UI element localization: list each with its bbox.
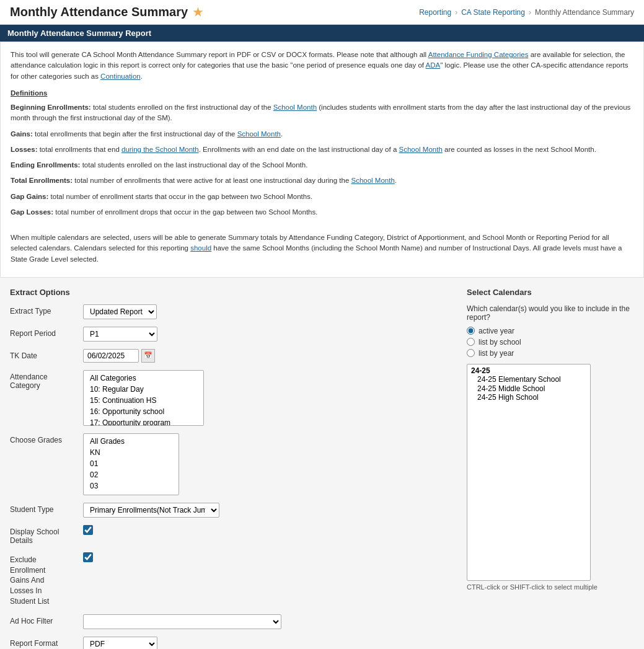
ad-hoc-filter-wrap [83, 614, 454, 629]
breadcrumb: Reporting › CA State Reporting › Monthly… [419, 8, 634, 17]
cal-group-2425: 24-25 [471, 366, 586, 375]
tk-date-row: TK Date 📅 [10, 349, 454, 363]
grades-listbox[interactable]: All Grades KN 01 02 03 [83, 433, 179, 495]
radio-list-by-school-input[interactable] [467, 338, 475, 346]
exclude-enrollment-wrap [83, 552, 454, 562]
info-paragraph2: When multiple calendars are selected, us… [11, 232, 633, 265]
grade-02: 02 [87, 469, 175, 480]
tk-date-input[interactable] [83, 349, 139, 363]
report-period-select[interactable]: P1 P2 P3 [83, 327, 157, 342]
calendar-radio-group: active year list by school list by year [467, 327, 634, 358]
cat-15: 15: Continuation HS [87, 395, 200, 406]
def-losses: Losses: total enrollments that end durin… [11, 144, 633, 155]
left-panel: Extract Options Extract Type Updated Rep… [10, 288, 454, 649]
exclude-enrollment-label: ExcludeEnrollmentGains AndLosses InStude… [10, 552, 78, 607]
breadcrumb-sep2: › [529, 8, 531, 17]
page-title-text: Monthly Attendance Summary [10, 5, 188, 19]
report-period-label: Report Period [10, 327, 78, 338]
calendar-button[interactable]: 📅 [141, 349, 155, 363]
grade-kn: KN [87, 447, 175, 458]
def-gains: Gains: total enrollments that begin afte… [11, 129, 633, 139]
student-type-row: Student Type Primary Enrollments(Not Tra… [10, 503, 454, 518]
tk-date-label: TK Date [10, 349, 78, 360]
calendar-icon: 📅 [144, 351, 152, 360]
choose-grades-row: Choose Grades All Grades KN 01 02 03 [10, 433, 454, 495]
school-month-link4[interactable]: School Month [351, 177, 395, 184]
display-school-details-label: Display School Details [10, 525, 78, 545]
calendar-hint: CTRL-click or SHIFT-click to select mult… [467, 583, 634, 591]
def-total: Total Enrollments: total number of enrol… [11, 175, 633, 186]
def-beginning: Beginning Enrollments: total students en… [11, 102, 633, 124]
breadcrumb-reporting[interactable]: Reporting [419, 8, 451, 17]
report-format-label: Report Format [10, 637, 78, 648]
choose-grades-wrap: All Grades KN 01 02 03 [83, 433, 454, 495]
radio-active-year-input[interactable] [467, 327, 475, 335]
grade-all: All Grades [87, 436, 175, 447]
cat-all: All Categories [87, 373, 200, 384]
report-format-wrap: PDF CSV DOCX [83, 637, 454, 649]
radio-list-by-school-label: list by school [479, 338, 521, 347]
extract-type-row: Extract Type Updated Report Original Rep… [10, 304, 454, 319]
radio-active-year: active year [467, 327, 634, 335]
display-school-details-row: Display School Details [10, 525, 454, 545]
choose-grades-label: Choose Grades [10, 433, 78, 444]
breadcrumb-ca-state[interactable]: CA State Reporting [461, 8, 525, 17]
continuation-link[interactable]: Continuation [100, 73, 141, 80]
report-period-wrap: P1 P2 P3 [83, 327, 454, 342]
display-school-details-checkbox[interactable] [83, 525, 93, 535]
attendance-category-label: Attendance Category [10, 370, 78, 390]
report-title-bar: Monthly Attendance Summary Report [0, 25, 644, 42]
ada-link[interactable]: ADA [426, 61, 441, 69]
def-gap-gains: Gap Gains: total number of enrollment st… [11, 192, 633, 202]
favorite-icon[interactable]: ★ [193, 6, 203, 19]
calendar-question: Which calendar(s) would you like to incl… [467, 304, 634, 322]
ad-hoc-filter-select[interactable] [83, 614, 281, 629]
ad-hoc-filter-label: Ad Hoc Filter [10, 614, 78, 625]
top-header: Monthly Attendance Summary ★ Reporting ›… [0, 0, 644, 25]
definitions-title: Definitions [11, 88, 633, 99]
radio-active-year-label: active year [479, 327, 514, 335]
school-month-link[interactable]: School Month [273, 104, 317, 111]
page-title: Monthly Attendance Summary ★ [10, 5, 203, 19]
calendar-listbox[interactable]: 24-25 24-25 Elementary School 24-25 Midd… [467, 364, 591, 581]
right-panel: Select Calendars Which calendar(s) would… [467, 288, 634, 649]
cat-17: 17: Opportunity program [87, 417, 200, 426]
tk-date-wrap: 📅 [83, 349, 454, 363]
report-title-text: Monthly Attendance Summary Report [7, 29, 151, 38]
attendance-category-row: Attendance Category All Categories 10: R… [10, 370, 454, 426]
radio-list-by-year-label: list by year [479, 349, 514, 358]
definitions-section: Definitions Beginning Enrollments: total… [11, 88, 633, 218]
breadcrumb-sep1: › [455, 8, 457, 17]
def-gap-losses: Gap Losses: total number of enrollment d… [11, 207, 633, 218]
school-month-link3[interactable]: School Month [399, 146, 443, 153]
info-box: This tool will generate CA School Month … [0, 42, 644, 278]
school-month-link2[interactable]: School Month [237, 130, 281, 138]
info-paragraph1: This tool will generate CA School Month … [11, 50, 633, 82]
radio-list-by-school: list by school [467, 338, 634, 347]
select-calendars-title: Select Calendars [467, 288, 634, 297]
exclude-enrollment-row: ExcludeEnrollmentGains AndLosses InStude… [10, 552, 454, 607]
display-school-details-wrap [83, 525, 454, 535]
extract-options-title: Extract Options [10, 288, 454, 297]
student-type-select[interactable]: Primary Enrollments(Not Track Jumpers) A… [83, 503, 219, 518]
grade-01: 01 [87, 458, 175, 469]
student-type-label: Student Type [10, 503, 78, 514]
extract-type-label: Extract Type [10, 304, 78, 316]
radio-list-by-year: list by year [467, 349, 634, 358]
report-format-select[interactable]: PDF CSV DOCX [83, 637, 157, 649]
exclude-enrollment-checkbox[interactable] [83, 552, 93, 562]
breadcrumb-current: Monthly Attendance Summary [535, 8, 634, 17]
ad-hoc-filter-row: Ad Hoc Filter [10, 614, 454, 629]
attendance-category-listbox[interactable]: All Categories 10: Regular Day 15: Conti… [83, 370, 204, 426]
should-link[interactable]: should [190, 244, 211, 252]
report-format-row: Report Format PDF CSV DOCX [10, 637, 454, 649]
def-ending: Ending Enrollments: total students enrol… [11, 160, 633, 170]
radio-list-by-year-input[interactable] [467, 349, 475, 357]
extract-type-select[interactable]: Updated Report Original Report Resubmiss… [83, 304, 157, 319]
during-link[interactable]: during the School Month [121, 146, 199, 153]
student-type-wrap: Primary Enrollments(Not Track Jumpers) A… [83, 503, 454, 518]
report-period-row: Report Period P1 P2 P3 [10, 327, 454, 342]
attendance-category-wrap: All Categories 10: Regular Day 15: Conti… [83, 370, 454, 426]
attendance-funding-link[interactable]: Attendance Funding Categories [428, 51, 529, 58]
cal-middle: 24-25 Middle School [471, 384, 586, 393]
